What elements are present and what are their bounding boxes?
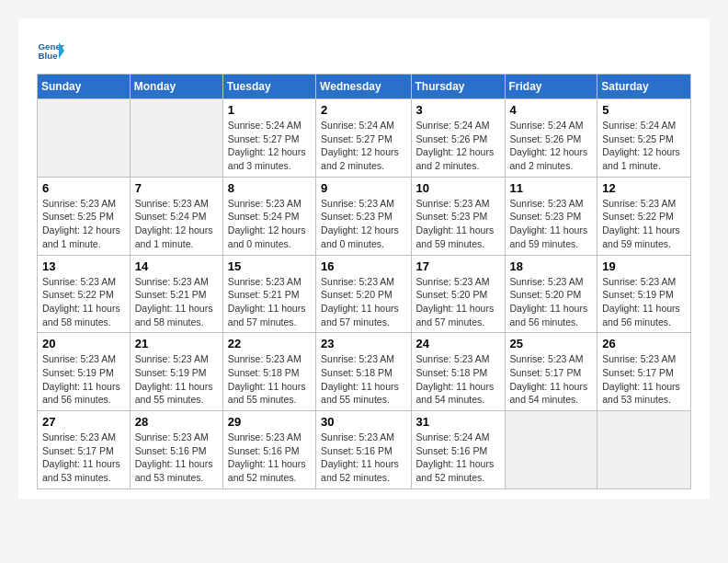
calendar-cell: 25Sunrise: 5:23 AM Sunset: 5:17 PM Dayli… <box>505 333 597 411</box>
weekday-header-friday: Friday <box>505 75 597 99</box>
day-info: Sunrise: 5:23 AM Sunset: 5:16 PM Dayligh… <box>228 431 311 485</box>
calendar-cell: 23Sunrise: 5:23 AM Sunset: 5:18 PM Dayli… <box>316 333 411 411</box>
weekday-header-thursday: Thursday <box>411 75 505 99</box>
day-number: 22 <box>228 337 311 350</box>
day-number: 25 <box>510 337 593 350</box>
calendar-cell: 5Sunrise: 5:24 AM Sunset: 5:25 PM Daylig… <box>597 99 691 178</box>
day-info: Sunrise: 5:23 AM Sunset: 5:18 PM Dayligh… <box>416 352 500 407</box>
day-number: 29 <box>228 415 311 429</box>
weekday-header-wednesday: Wednesday <box>316 75 411 99</box>
day-number: 30 <box>321 415 405 429</box>
calendar-cell: 16Sunrise: 5:23 AM Sunset: 5:20 PM Dayli… <box>316 255 411 333</box>
day-number: 2 <box>321 103 405 117</box>
day-info: Sunrise: 5:23 AM Sunset: 5:21 PM Dayligh… <box>228 275 311 329</box>
day-number: 1 <box>228 103 311 117</box>
calendar-cell: 2Sunrise: 5:24 AM Sunset: 5:27 PM Daylig… <box>316 99 411 178</box>
week-row-5: 27Sunrise: 5:23 AM Sunset: 5:17 PM Dayli… <box>38 411 691 489</box>
day-number: 10 <box>416 181 500 195</box>
day-info: Sunrise: 5:23 AM Sunset: 5:19 PM Dayligh… <box>135 352 218 407</box>
day-info: Sunrise: 5:23 AM Sunset: 5:20 PM Dayligh… <box>510 275 593 329</box>
day-info: Sunrise: 5:23 AM Sunset: 5:19 PM Dayligh… <box>42 352 125 407</box>
day-info: Sunrise: 5:23 AM Sunset: 5:18 PM Dayligh… <box>321 352 405 407</box>
logo: General Blue <box>37 37 64 64</box>
day-number: 21 <box>135 337 218 350</box>
day-info: Sunrise: 5:23 AM Sunset: 5:25 PM Dayligh… <box>42 197 125 251</box>
calendar-cell: 12Sunrise: 5:23 AM Sunset: 5:22 PM Dayli… <box>597 177 691 255</box>
day-info: Sunrise: 5:24 AM Sunset: 5:16 PM Dayligh… <box>416 431 500 485</box>
calendar-cell: 11Sunrise: 5:23 AM Sunset: 5:23 PM Dayli… <box>505 177 597 255</box>
day-info: Sunrise: 5:23 AM Sunset: 5:16 PM Dayligh… <box>321 431 405 485</box>
day-info: Sunrise: 5:23 AM Sunset: 5:16 PM Dayligh… <box>135 431 218 485</box>
weekday-header-saturday: Saturday <box>597 75 691 99</box>
week-row-3: 13Sunrise: 5:23 AM Sunset: 5:22 PM Dayli… <box>38 255 691 333</box>
day-number: 23 <box>321 337 405 350</box>
day-info: Sunrise: 5:24 AM Sunset: 5:25 PM Dayligh… <box>602 119 686 173</box>
weekday-header-sunday: Sunday <box>38 75 131 99</box>
calendar-header-row: SundayMondayTuesdayWednesdayThursdayFrid… <box>38 75 691 99</box>
day-number: 31 <box>416 415 500 429</box>
calendar-cell <box>505 411 597 489</box>
calendar-cell: 30Sunrise: 5:23 AM Sunset: 5:16 PM Dayli… <box>316 411 411 489</box>
day-info: Sunrise: 5:23 AM Sunset: 5:24 PM Dayligh… <box>135 197 218 251</box>
day-number: 9 <box>321 181 405 195</box>
weekday-header-monday: Monday <box>130 75 222 99</box>
week-row-2: 6Sunrise: 5:23 AM Sunset: 5:25 PM Daylig… <box>38 177 691 255</box>
day-number: 14 <box>135 259 218 273</box>
day-number: 3 <box>416 103 500 117</box>
day-number: 27 <box>42 415 125 429</box>
day-number: 15 <box>228 259 311 273</box>
calendar-cell: 29Sunrise: 5:23 AM Sunset: 5:16 PM Dayli… <box>222 411 315 489</box>
day-number: 12 <box>602 181 686 195</box>
day-info: Sunrise: 5:23 AM Sunset: 5:22 PM Dayligh… <box>602 197 686 251</box>
day-number: 24 <box>416 337 500 350</box>
calendar-cell: 31Sunrise: 5:24 AM Sunset: 5:16 PM Dayli… <box>411 411 505 489</box>
day-number: 7 <box>135 181 218 195</box>
calendar-cell: 3Sunrise: 5:24 AM Sunset: 5:26 PM Daylig… <box>411 99 505 178</box>
calendar-cell: 18Sunrise: 5:23 AM Sunset: 5:20 PM Dayli… <box>505 255 597 333</box>
day-number: 6 <box>42 181 125 195</box>
day-info: Sunrise: 5:23 AM Sunset: 5:24 PM Dayligh… <box>228 197 311 251</box>
day-info: Sunrise: 5:23 AM Sunset: 5:17 PM Dayligh… <box>602 352 686 407</box>
day-number: 16 <box>321 259 405 273</box>
day-info: Sunrise: 5:23 AM Sunset: 5:17 PM Dayligh… <box>42 431 125 485</box>
calendar-cell: 21Sunrise: 5:23 AM Sunset: 5:19 PM Dayli… <box>130 333 222 411</box>
day-info: Sunrise: 5:23 AM Sunset: 5:23 PM Dayligh… <box>510 197 593 251</box>
page: General Blue SundayMondayTuesdayWednesda… <box>18 18 710 499</box>
calendar-cell: 6Sunrise: 5:23 AM Sunset: 5:25 PM Daylig… <box>38 177 131 255</box>
calendar-cell: 24Sunrise: 5:23 AM Sunset: 5:18 PM Dayli… <box>411 333 505 411</box>
day-info: Sunrise: 5:23 AM Sunset: 5:23 PM Dayligh… <box>321 197 405 251</box>
day-info: Sunrise: 5:23 AM Sunset: 5:20 PM Dayligh… <box>416 275 500 329</box>
calendar-cell: 13Sunrise: 5:23 AM Sunset: 5:22 PM Dayli… <box>38 255 131 333</box>
header: General Blue <box>37 37 691 64</box>
day-number: 11 <box>510 181 593 195</box>
day-number: 19 <box>602 259 686 273</box>
day-number: 13 <box>42 259 125 273</box>
day-info: Sunrise: 5:23 AM Sunset: 5:22 PM Dayligh… <box>42 275 125 329</box>
day-info: Sunrise: 5:24 AM Sunset: 5:27 PM Dayligh… <box>228 119 311 173</box>
day-number: 8 <box>228 181 311 195</box>
calendar-cell: 8Sunrise: 5:23 AM Sunset: 5:24 PM Daylig… <box>222 177 315 255</box>
svg-text:Blue: Blue <box>39 51 59 61</box>
calendar-cell: 1Sunrise: 5:24 AM Sunset: 5:27 PM Daylig… <box>222 99 315 178</box>
logo-icon: General Blue <box>37 37 64 64</box>
calendar-cell <box>38 99 131 178</box>
day-number: 28 <box>135 415 218 429</box>
calendar-cell: 10Sunrise: 5:23 AM Sunset: 5:23 PM Dayli… <box>411 177 505 255</box>
day-info: Sunrise: 5:23 AM Sunset: 5:21 PM Dayligh… <box>135 275 218 329</box>
day-info: Sunrise: 5:23 AM Sunset: 5:23 PM Dayligh… <box>416 197 500 251</box>
calendar-cell: 22Sunrise: 5:23 AM Sunset: 5:18 PM Dayli… <box>222 333 315 411</box>
calendar-table: SundayMondayTuesdayWednesdayThursdayFrid… <box>37 74 691 489</box>
calendar-cell: 17Sunrise: 5:23 AM Sunset: 5:20 PM Dayli… <box>411 255 505 333</box>
calendar-cell: 4Sunrise: 5:24 AM Sunset: 5:26 PM Daylig… <box>505 99 597 178</box>
calendar-cell: 26Sunrise: 5:23 AM Sunset: 5:17 PM Dayli… <box>597 333 691 411</box>
week-row-1: 1Sunrise: 5:24 AM Sunset: 5:27 PM Daylig… <box>38 99 691 178</box>
calendar-cell <box>597 411 691 489</box>
day-info: Sunrise: 5:23 AM Sunset: 5:18 PM Dayligh… <box>228 352 311 407</box>
weekday-header-tuesday: Tuesday <box>222 75 315 99</box>
calendar-cell: 9Sunrise: 5:23 AM Sunset: 5:23 PM Daylig… <box>316 177 411 255</box>
day-info: Sunrise: 5:23 AM Sunset: 5:20 PM Dayligh… <box>321 275 405 329</box>
calendar-cell: 28Sunrise: 5:23 AM Sunset: 5:16 PM Dayli… <box>130 411 222 489</box>
day-number: 17 <box>416 259 500 273</box>
calendar-cell: 20Sunrise: 5:23 AM Sunset: 5:19 PM Dayli… <box>38 333 131 411</box>
day-number: 5 <box>602 103 686 117</box>
